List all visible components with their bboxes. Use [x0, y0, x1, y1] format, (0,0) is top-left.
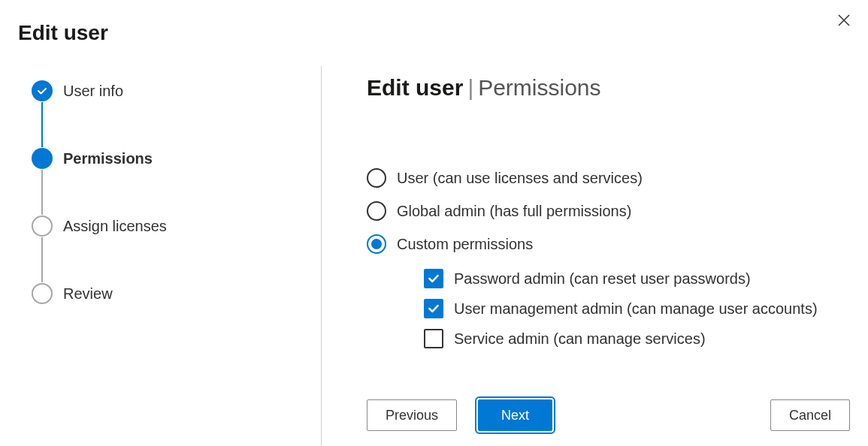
step-connector	[41, 237, 43, 282]
checkbox-service-admin[interactable]: Service admin (can manage services)	[424, 329, 850, 348]
checkbox-label: Password admin (can reset user passwords…	[454, 270, 751, 288]
checkbox-label: User management admin (can manage user a…	[454, 300, 818, 318]
close-button[interactable]	[832, 9, 856, 33]
step-review[interactable]: Review	[32, 282, 321, 305]
permission-options: User (can use licenses and services) Glo…	[367, 168, 850, 348]
panel-heading: Edit user|Permissions	[367, 75, 850, 101]
step-permissions[interactable]: Permissions	[32, 147, 321, 170]
heading-separator: |	[467, 75, 473, 100]
radio-label: User (can use licenses and services)	[397, 170, 643, 187]
step-connector	[41, 170, 43, 215]
checkbox-icon	[424, 269, 443, 288]
radio-label: Custom permissions	[397, 236, 533, 253]
step-label: Review	[63, 285, 113, 303]
checkbox-icon	[424, 299, 443, 318]
content-wrapper: User info Permissions Assign licenses Re…	[18, 66, 850, 446]
radio-label: Global admin (has full permissions)	[397, 203, 631, 220]
radio-global-admin[interactable]: Global admin (has full permissions)	[367, 201, 850, 221]
radio-dot-icon	[371, 239, 382, 249]
radio-icon	[367, 234, 386, 254]
step-assign-licenses[interactable]: Assign licenses	[32, 215, 321, 237]
panel-heading-rest: Permissions	[478, 75, 600, 100]
radio-custom-permissions[interactable]: Custom permissions	[367, 234, 850, 254]
main-panel: Edit user|Permissions User (can use lice…	[322, 66, 850, 446]
checkbox-password-admin[interactable]: Password admin (can reset user passwords…	[424, 269, 850, 288]
checkbox-label: Service admin (can manage services)	[454, 330, 706, 348]
pending-step-icon	[32, 283, 53, 304]
next-button[interactable]: Next	[478, 399, 552, 431]
dialog-title: Edit user	[18, 21, 108, 45]
radio-user[interactable]: User (can use licenses and services)	[367, 168, 850, 188]
cancel-button[interactable]: Cancel	[770, 399, 850, 431]
panel-heading-bold: Edit user	[367, 75, 463, 100]
step-connector	[41, 102, 43, 147]
radio-icon	[367, 201, 386, 221]
check-icon	[32, 80, 53, 101]
wizard-stepper: User info Permissions Assign licenses Re…	[18, 66, 322, 446]
step-label: Permissions	[63, 150, 153, 167]
close-icon	[838, 14, 850, 29]
current-step-icon	[32, 148, 53, 169]
checkbox-icon	[424, 329, 443, 348]
previous-button[interactable]: Previous	[367, 399, 457, 431]
custom-permissions-list: Password admin (can reset user passwords…	[424, 269, 850, 348]
step-user-info[interactable]: User info	[32, 80, 321, 102]
checkbox-user-mgmt-admin[interactable]: User management admin (can manage user a…	[424, 299, 850, 318]
radio-icon	[367, 168, 386, 188]
step-label: Assign licenses	[63, 218, 167, 235]
step-label: User info	[63, 83, 123, 100]
button-bar: Previous Next Cancel	[367, 399, 850, 431]
pending-step-icon	[32, 215, 53, 237]
